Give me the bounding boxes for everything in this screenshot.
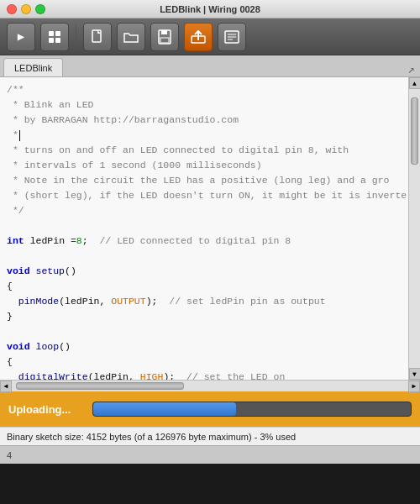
close-button[interactable] bbox=[7, 4, 17, 14]
tab-ledblink[interactable]: LEDBlink bbox=[3, 58, 63, 76]
hscroll-thumb[interactable] bbox=[16, 382, 184, 390]
svg-rect-0 bbox=[49, 31, 54, 36]
tab-bar: LEDBlink ↗ bbox=[0, 55, 420, 77]
svg-rect-7 bbox=[160, 38, 169, 43]
hscroll-track bbox=[12, 381, 408, 391]
scroll-up-arrow[interactable]: ▲ bbox=[409, 77, 421, 89]
upload-button[interactable] bbox=[184, 23, 213, 51]
code-line: * intervals of 1 second (1000 millisecon… bbox=[7, 158, 402, 173]
code-line: * bbox=[7, 128, 402, 143]
scrollbar-track bbox=[409, 89, 420, 368]
binary-info-text: Binary sketch size: 4152 bytes (of a 126… bbox=[7, 432, 296, 442]
code-line bbox=[7, 218, 402, 234]
maximize-button[interactable] bbox=[35, 4, 45, 14]
code-line: void setup() bbox=[7, 264, 402, 279]
code-line: digitalWrite(ledPin, HIGH); // set the L… bbox=[7, 370, 402, 380]
code-line bbox=[7, 249, 402, 264]
line-number-bar: 4 bbox=[0, 445, 420, 464]
code-line: */ bbox=[7, 203, 402, 218]
upload-bar: Uploading... bbox=[0, 391, 420, 427]
tab-label: LEDBlink bbox=[14, 63, 52, 73]
grid-button[interactable] bbox=[40, 23, 69, 51]
code-line: * Note in the circuit the LED has a posi… bbox=[7, 173, 402, 188]
code-line bbox=[7, 324, 402, 339]
window-title: LEDBlink | Wiring 0028 bbox=[160, 4, 260, 14]
serial-button[interactable] bbox=[218, 23, 246, 51]
code-line: void loop() bbox=[7, 339, 402, 354]
scrollbar-thumb[interactable] bbox=[411, 97, 418, 165]
code-line: pinMode(ledPin, OUTPUT); // set ledPin p… bbox=[7, 294, 402, 309]
title-bar: LEDBlink | Wiring 0028 bbox=[0, 0, 420, 18]
svg-rect-4 bbox=[92, 30, 101, 42]
code-line: /** bbox=[7, 82, 402, 97]
scroll-left-arrow[interactable]: ◀ bbox=[0, 381, 12, 392]
scroll-right-arrow[interactable]: ▶ bbox=[408, 381, 420, 392]
svg-rect-6 bbox=[161, 30, 167, 34]
tab-expand-icon[interactable]: ↗ bbox=[408, 61, 415, 76]
code-content[interactable]: /** * Blink an LED * by BARRAGAN http://… bbox=[0, 77, 408, 380]
traffic-lights bbox=[7, 4, 45, 14]
new-button[interactable] bbox=[83, 23, 112, 51]
svg-rect-1 bbox=[55, 31, 60, 36]
toolbar: ▶ bbox=[0, 18, 420, 55]
run-button[interactable]: ▶ bbox=[7, 23, 35, 51]
code-line: { bbox=[7, 279, 402, 294]
horizontal-scrollbar[interactable]: ◀ ▶ bbox=[0, 380, 420, 391]
vertical-scrollbar[interactable]: ▲ ▼ bbox=[408, 77, 420, 380]
scroll-down-arrow[interactable]: ▼ bbox=[409, 368, 421, 380]
code-editor: /** * Blink an LED * by BARRAGAN http://… bbox=[0, 77, 420, 380]
code-line: * Blink an LED bbox=[7, 97, 402, 113]
upload-label: Uploading... bbox=[8, 403, 84, 416]
svg-rect-3 bbox=[55, 38, 60, 43]
binary-info-bar: Binary sketch size: 4152 bytes (of a 126… bbox=[0, 427, 420, 445]
code-line: } bbox=[7, 309, 402, 324]
progress-bar-fill bbox=[93, 402, 236, 416]
save-button[interactable] bbox=[150, 23, 179, 51]
line-number: 4 bbox=[7, 450, 12, 460]
code-line: int ledPin = 8; // LED connected to digi… bbox=[7, 234, 402, 249]
separator-1 bbox=[76, 25, 76, 49]
code-line: * by BARRAGAN http://barraganstudio.com bbox=[7, 113, 402, 128]
code-line: * turns on and off an LED connected to d… bbox=[7, 143, 402, 158]
minimize-button[interactable] bbox=[21, 4, 31, 14]
code-line: * (short leg), if the LED doesn't turn O… bbox=[7, 188, 402, 203]
code-line: { bbox=[7, 354, 402, 370]
svg-rect-2 bbox=[49, 38, 54, 43]
progress-bar-background bbox=[92, 402, 412, 417]
open-button[interactable] bbox=[117, 23, 145, 51]
